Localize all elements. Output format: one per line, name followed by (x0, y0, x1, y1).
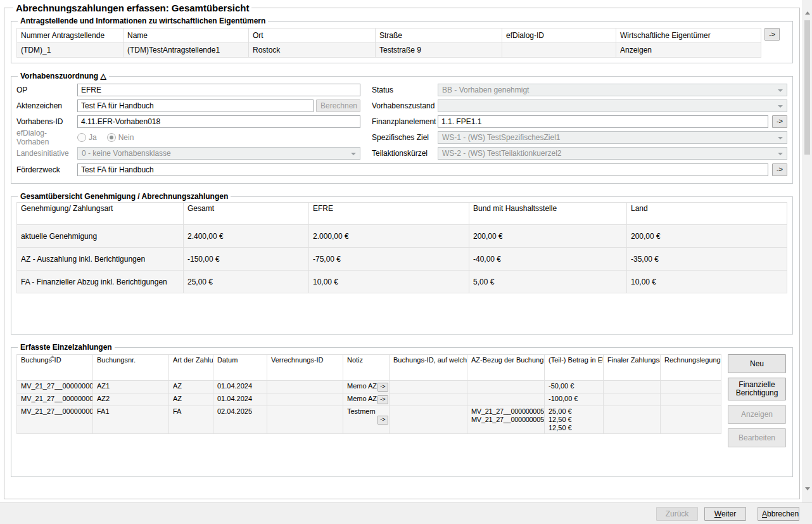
foerderzweck-input[interactable] (77, 163, 768, 176)
cell-betrag: -50,00 € (545, 381, 604, 393)
cell-bund: 5,00 € (469, 271, 627, 293)
cell-efre: 10,00 € (309, 271, 469, 293)
cell-notiz: Memo AZ-> (343, 393, 390, 406)
gesamtuebersicht-legend: Gesamtübersicht Genehmigung / Abrechnung… (18, 192, 231, 201)
betrag-line-2: 12,50 € (549, 416, 599, 424)
col-rechnungslegung[interactable]: Rechnungslegung (661, 355, 721, 381)
cell-art: AZ (169, 381, 213, 393)
open-notiz-button[interactable]: -> (377, 395, 388, 404)
col-wirtschaftliche-eigentuemer: Wirtschaftliche Eigentümer (616, 29, 761, 43)
scrollbar-thumb[interactable] (804, 20, 810, 155)
vertical-scrollbar[interactable] (802, 0, 812, 502)
cell-rechnungslegung (661, 393, 721, 406)
cell-buchungsnr: FA1 (93, 406, 169, 434)
cell-notiz: Memo AZ-> (343, 381, 390, 393)
bearbeiten-button: Bearbeiten (728, 428, 786, 447)
page-group: Abrechnungszahlungen erfassen: Gesamtübe… (4, 3, 800, 499)
col-bezug-buchungs-id[interactable]: Buchungs-ID, auf welche die Buchung (390, 355, 467, 381)
content-area: Abrechnungszahlungen erfassen: Gesamtübe… (0, 0, 802, 502)
col-genehmigung-zahlungsart: Genehmigung/ Zahlungsart (17, 203, 184, 225)
anzeigen-button: Anzeigen (728, 405, 786, 424)
col-art-der-zahlung[interactable]: Art der Zahlung (169, 355, 213, 381)
col-buchungs-id[interactable]: Buchungs-ID (17, 355, 93, 381)
open-notiz-button[interactable]: -> (377, 383, 388, 392)
col-datum[interactable]: Datum (213, 355, 267, 381)
teilaktionskuerzel-select: WS-2 - (WS) TestTeilaktionkuerzel2 (438, 147, 787, 160)
cell-efre: -75,00 € (309, 248, 469, 271)
col-verrechnungs-id[interactable]: Verrechnungs-ID (267, 355, 343, 381)
cell-datum: 01.04.2024 (213, 381, 267, 393)
op-input[interactable] (77, 84, 360, 96)
scroll-up-button[interactable] (803, 8, 812, 18)
scroll-down-button[interactable] (803, 483, 812, 494)
einzel-row-az1[interactable]: MV_21_27__0000000055 AZ1 AZ 01.04.2024 M… (17, 381, 721, 393)
cell-verrechnungs-id (267, 393, 343, 406)
finanzielle-berichtigung-button[interactable]: Finanzielle Berichtigung (728, 378, 786, 400)
cell-az-bezug (467, 381, 545, 393)
einzel-row-az2[interactable]: MV_21_27__0000000056 AZ2 AZ 01.04.2024 M… (17, 393, 721, 406)
open-antragstellende-button[interactable]: -> (764, 28, 780, 41)
einzel-row-fa1[interactable]: MV_21_27__0000000063 FA1 FA 02.04.2025 T… (17, 406, 721, 434)
status-label: Status (372, 86, 438, 94)
antragstellende-row[interactable]: (TDM)_1 (TDM)TestAntragstellende1 Rostoc… (17, 43, 761, 58)
abbrechen-button[interactable]: Abbrechen (758, 507, 799, 521)
aktenzeichen-input[interactable] (77, 99, 314, 112)
cell-buchungsnr: AZ1 (93, 381, 169, 393)
cell-finaler (604, 393, 661, 406)
cell-art: AZ (169, 393, 213, 406)
notiz-text: Memo AZ (347, 382, 377, 390)
neu-button[interactable]: Neu (728, 354, 786, 373)
antragstellende-section: Antragstellende und Informationen zu wir… (11, 16, 793, 63)
vorhabenszustand-label: Vorhabenszustand (372, 101, 438, 110)
spezifisches-ziel-label: Spezifisches Ziel (372, 133, 438, 142)
einzelzahlungen-table: Buchungs-ID Buchungsnr. Art der Zahlung … (16, 354, 721, 434)
efdialog-ja-radio (77, 133, 86, 142)
cell-efre: 2.000,00 € (309, 225, 469, 248)
cell-efdialog-id (502, 43, 616, 58)
col-ort: Ort (249, 29, 376, 43)
abbrechen-rest: bbrechen (767, 509, 799, 518)
col-buchungsnr[interactable]: Buchungsnr. (93, 355, 169, 381)
cell-az-bezug: MV_21_27__0000000055 MV_21_27__000000005… (467, 406, 545, 434)
weiter-button[interactable]: Weiter (704, 507, 746, 521)
scroll-up-icon (805, 11, 810, 15)
cell-nummer: (TDM)_1 (17, 43, 124, 58)
cell-betrag: -100,00 € (545, 393, 604, 406)
cell-finaler (604, 406, 661, 434)
col-notiz[interactable]: Notiz (343, 355, 390, 381)
col-az-bezug[interactable]: AZ-Bezug der Buchung (467, 355, 545, 381)
vorhaben-legend: Vorhabenszuordnung △ (18, 72, 109, 80)
vorhaben-legend-text: Vorhabenszuordnung (20, 72, 98, 80)
collapse-icon[interactable]: △ (100, 72, 106, 80)
cell-art: aktuelle Genehmigung (17, 225, 184, 248)
zurueck-button: Zurück (656, 507, 698, 521)
weiter-rest: eiter (721, 509, 736, 518)
col-nummer-antragstellende: Nummer Antragstellende (17, 29, 124, 43)
open-notiz-button[interactable]: -> (377, 416, 388, 425)
open-foerderzweck-button[interactable]: -> (772, 163, 787, 176)
weiter-mnemonic: W (714, 509, 721, 518)
betrag-line-1: 25,00 € (549, 407, 599, 416)
cell-gesamt: 2.400,00 € (184, 225, 309, 248)
col-efdialog-id: efDialog-ID (502, 29, 616, 43)
antragstellende-table: Nummer Antragstellende Name Ort Straße e… (16, 28, 761, 58)
cell-buchungs-id: MV_21_27__0000000056 (17, 393, 93, 406)
gesamt-row-auszahlung[interactable]: AZ - Auszahlung inkl. Berichtigungen -15… (17, 248, 787, 271)
cell-notiz: Testmem-> (343, 406, 390, 434)
aktenzeichen-label: Aktenzeichen (16, 101, 77, 110)
col-gesamt: Gesamt (184, 203, 309, 225)
cell-az-bezug (467, 393, 545, 406)
teilaktionskuerzel-label: Teilaktionskürzel (372, 149, 438, 158)
col-teil-betrag[interactable]: (Teil-) Betrag in EUR (545, 355, 604, 381)
cell-ort: Rostock (249, 43, 376, 58)
vorhabens-id-input[interactable] (77, 115, 360, 128)
gesamt-row-genehmigung[interactable]: aktuelle Genehmigung 2.400,00 € 2.000,00… (17, 225, 787, 248)
finanzplanelement-input[interactable] (438, 115, 768, 128)
gesamt-row-abzug[interactable]: FA - Finanzieller Abzug inkl. Berichtigu… (17, 271, 787, 293)
cell-gesamt: -150,00 € (184, 248, 309, 271)
col-finaler-zahlungsantrag[interactable]: Finaler Zahlungsantrag (604, 355, 661, 381)
status-select: BB - Vorhaben genehmigt (438, 84, 787, 96)
open-finanzplanelement-button[interactable]: -> (772, 115, 787, 128)
anzeigen-cell[interactable]: Anzeigen (616, 43, 761, 58)
col-land: Land (627, 203, 787, 225)
